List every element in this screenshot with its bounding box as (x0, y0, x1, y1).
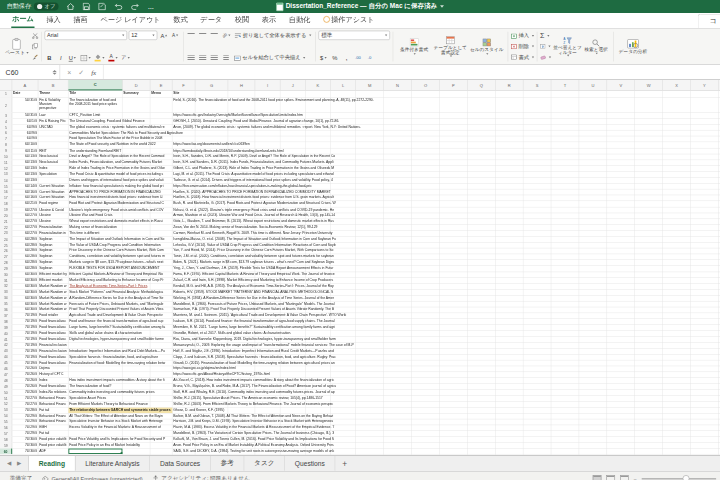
row-number[interactable]: 57 (0, 431, 12, 436)
row-number[interactable]: 30 (0, 272, 12, 277)
cell-title[interactable]: Speculative Investor Behavior in a Stock… (68, 419, 172, 424)
row-number[interactable]: 52 (0, 402, 12, 407)
cell-site[interactable]: Ghose, D. and Kroner, K.F. (1995) (172, 407, 718, 412)
cell-date[interactable]: 6月14日 (12, 184, 38, 189)
name-box[interactable]: C60 (0, 65, 60, 79)
cell-date[interactable]: 6月10日 (12, 142, 38, 147)
cell-theme[interactable]: Soybean (38, 242, 68, 247)
cell-site[interactable]: Field, S. (2016). The financialization o… (172, 98, 718, 112)
accessibility-status[interactable]: アクセシビリティ: 問題ありません (153, 474, 250, 480)
cell-theme[interactable]: Neoclassical (38, 154, 68, 159)
cell-site[interactable]: Ying, J., Chen, Y. and Dorfman, J.H. (20… (172, 266, 718, 271)
cell-theme[interactable]: Food financializac (38, 319, 68, 324)
cell-title[interactable]: Forecasts of Future Prices, Unbiased Mar… (68, 301, 172, 306)
column-header-R[interactable]: R (495, 80, 523, 90)
cell-date[interactable]: 7月19日 (12, 319, 38, 324)
cell-theme[interactable]: Current Situation (38, 184, 68, 189)
cell-theme[interactable]: Financial inclusion (38, 343, 68, 348)
cell-site[interactable]: Tadesse, G. et al. (2014). Drivers and t… (172, 178, 718, 183)
cell-site[interactable]: https://www.cftc.gov/IndustryOversight/M… (172, 113, 718, 118)
orientation-button[interactable]: ab (221, 31, 231, 40)
cell-site[interactable]: Biden, N. (2021). Markets surge in $8 co… (172, 260, 718, 265)
cell-theme[interactable]: Fat tail (38, 431, 68, 436)
cell-title[interactable]: How financial investment distorts food p… (68, 195, 172, 200)
cell-theme[interactable]: Ukraine (38, 213, 68, 218)
view-normal-button[interactable] (593, 475, 602, 480)
cell-date[interactable]: 7月29日 (12, 425, 38, 430)
column-header-F[interactable]: F (172, 80, 195, 90)
cell-date[interactable]: 5月31日 (12, 113, 38, 118)
cell-title[interactable]: Efficient Capital Markets A Review of Th… (68, 272, 172, 277)
column-header-S[interactable]: S (523, 80, 551, 90)
cell-date[interactable]: 6月13日 (12, 172, 38, 177)
row-number[interactable]: 14 (0, 178, 12, 183)
cell-theme[interactable]: Ukraine & Covid (38, 207, 68, 212)
row-number[interactable]: 1 (0, 91, 12, 98)
cell-title[interactable]: Commodity index investing and commodity … (68, 390, 172, 395)
header-summary[interactable]: Summary (122, 91, 150, 98)
row-number[interactable]: 59 (0, 443, 12, 448)
row-number[interactable]: 11 (0, 160, 12, 165)
format-cells-button[interactable]: 書式 (511, 53, 534, 61)
cell-title[interactable]: Inflation: how financial speculation is … (68, 184, 172, 189)
cell-site[interactable]: Carmen, Reinhart M. and Kenneth, Rogoff … (172, 231, 718, 236)
cell-site[interactable]: Yan, Y. and Reed, M. (2014). Price Disco… (172, 248, 718, 253)
cell-theme[interactable]: Law (38, 113, 68, 118)
cell-theme[interactable]: Food financializac (38, 360, 68, 365)
select-all-corner[interactable] (0, 80, 12, 90)
row-number[interactable]: 8 (0, 142, 12, 147)
decrease-decimal-button[interactable]: .0 (365, 53, 375, 62)
more-commands-icon[interactable]: … (148, 3, 155, 10)
cell-empty[interactable] (122, 98, 172, 112)
cell-title[interactable]: The State of Food security and Nutrition… (68, 142, 172, 147)
delete-cells-button[interactable]: 削除 (511, 43, 534, 51)
row-number[interactable]: 24 (0, 237, 12, 242)
column-header-M[interactable]: M (356, 80, 384, 90)
row-number[interactable]: 12 (0, 166, 12, 171)
cell-theme[interactable] (38, 142, 68, 147)
merge-center-button[interactable]: セルを結合して中央揃え (232, 53, 306, 62)
row-number[interactable]: 51 (0, 396, 12, 401)
row-number[interactable]: 53 (0, 407, 12, 412)
cell-date[interactable]: 6月28日 (12, 248, 38, 253)
sheet-tab-Reading[interactable]: Reading (28, 456, 75, 471)
menu-tab-挿入[interactable]: 挿入 (46, 14, 62, 28)
home-icon[interactable] (67, 3, 75, 11)
column-header-Y[interactable]: Y (691, 80, 719, 90)
row-number[interactable]: 18 (0, 201, 12, 206)
cell-title[interactable]: FLEXIBLE TESTS FOR USDA REPORT ANNOUNCEM… (68, 266, 172, 271)
cell-theme[interactable]: Behavioral Financ (38, 419, 68, 424)
cell-date[interactable]: 7月27日 (12, 402, 38, 407)
cell-theme[interactable]: Behavioral Financ (38, 402, 68, 407)
cell-site[interactable]: Lagi, M. et al. (2011). The Food Crisis:… (172, 172, 718, 177)
cell-theme[interactable]: Dojima (38, 366, 68, 371)
row-number[interactable]: 16 (0, 189, 12, 194)
row-number[interactable]: 2 (0, 98, 12, 112)
menu-tab-描画[interactable]: 描画 (73, 14, 89, 28)
cell-theme[interactable]: Food regime (38, 201, 68, 206)
cell-site[interactable]: Irwin, S.H. and Sanders, D.R. (2011). In… (172, 160, 718, 165)
cell-date[interactable]: 7月30日 (12, 443, 38, 448)
cell-site[interactable]: SAID, S.E. and DICKEY, D.A. (1984). Test… (172, 449, 718, 454)
column-header-X[interactable]: X (663, 80, 691, 90)
header-theme[interactable]: Theme (38, 91, 68, 98)
column-header-L[interactable]: L (331, 80, 356, 90)
autosum-button[interactable]: Σ (540, 32, 551, 40)
format-as-table-button[interactable]: テーブルとして書式設定 (432, 31, 468, 63)
cell-site[interactable]: https://farmdocdaily.illinois.edu/2018/1… (172, 148, 718, 153)
column-header-D[interactable]: D (122, 80, 150, 90)
cell-title[interactable]: The relationship between GARCH and symme… (68, 407, 172, 412)
header-site[interactable]: Site (172, 91, 718, 98)
copy-icon[interactable] (32, 44, 39, 50)
cell-date[interactable]: 7月28日 (12, 407, 38, 412)
cell-theme[interactable]: Fin & Raising Pric (38, 119, 68, 124)
row-number[interactable]: 44 (0, 354, 12, 359)
row-number[interactable]: 23 (0, 231, 12, 236)
cell-title[interactable]: The financialization of food? (68, 384, 172, 389)
align-middle-icon[interactable] (198, 31, 208, 40)
row-number[interactable]: 19 (0, 207, 12, 212)
cell-title[interactable]: Financialization of food: Modelling the … (68, 360, 172, 365)
cell-theme[interactable]: Food price volatilit (38, 443, 68, 448)
cell-date[interactable]: 6月16日 (12, 189, 38, 194)
cell-site[interactable]: Götz, L., Glauben, T. and Brümmer, B. (2… (172, 219, 718, 224)
